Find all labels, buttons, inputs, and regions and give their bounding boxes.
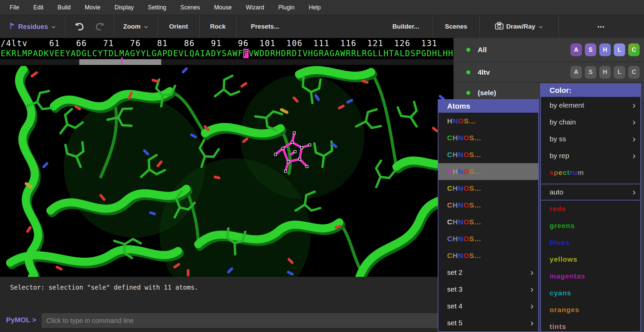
menu-display[interactable]: Display — [108, 0, 141, 15]
color-scheme-hnos[interactable]: HNOS... — [438, 113, 538, 130]
color-scheme-chnos-cyan[interactable]: CHNOS... — [438, 146, 538, 163]
submenu-arrow-icon: › — [633, 187, 636, 197]
submenu-arrow-icon: › — [633, 100, 636, 111]
more-button[interactable]: ••• — [559, 15, 644, 38]
menu-wizard[interactable]: Wizard — [239, 0, 271, 15]
protein-render — [0, 66, 454, 277]
menu-item-blues[interactable]: blues — [541, 234, 640, 251]
selection-position-tick — [121, 57, 123, 65]
command-input[interactable] — [42, 313, 441, 328]
color-scheme-chnos-white[interactable]: CHNOS... — [438, 214, 538, 230]
submenu-arrow-icon: › — [633, 150, 636, 161]
all-label-button[interactable]: L — [614, 43, 625, 56]
menu-item-spectrum[interactable]: spectrum — [541, 164, 640, 181]
history-section — [66, 15, 114, 38]
menu-mouse[interactable]: Mouse — [207, 0, 239, 15]
drawray-dropdown[interactable]: Draw/Ray — [480, 15, 559, 38]
menu-bar: File Edit Build Movie Display Setting Sc… — [0, 0, 644, 15]
all-color-button[interactable]: C — [628, 43, 640, 56]
menu-item-set4[interactable]: set 4› — [438, 298, 538, 315]
submenu-arrow-icon: › — [530, 284, 533, 295]
all-hide-button[interactable]: H — [599, 43, 611, 56]
menu-item-yellows[interactable]: yellows — [541, 251, 640, 268]
4ltv-action-button[interactable]: A — [570, 66, 582, 79]
chevron-down-icon — [144, 23, 148, 30]
object-label: 4ltv — [478, 68, 490, 76]
4ltv-show-button[interactable]: S — [585, 66, 596, 79]
menu-item-tints[interactable]: tints — [541, 318, 640, 332]
object-label: All — [478, 46, 487, 54]
sequence-row[interactable]: EKRLMPADKVEEYADGLCYTDLMAGYYLGAPDEVLQAIAD… — [1, 48, 454, 59]
toolbar-spacer — [294, 15, 379, 38]
ellipsis-icon: ••• — [598, 24, 605, 30]
panel-row-all[interactable]: All A S H L C — [454, 38, 644, 62]
menu-item-set5[interactable]: set 5› — [438, 315, 538, 331]
atoms-context-menu: Atoms HNOS... CHNOS... CHNOS... CHNOS...… — [438, 99, 539, 332]
menu-item-set3[interactable]: set 3› — [438, 281, 538, 298]
mode-label: Residues — [18, 23, 48, 31]
sequence-scrollbar-track[interactable] — [0, 59, 454, 65]
submenu-arrow-icon: › — [530, 318, 533, 328]
builder-button[interactable]: Builder... — [379, 15, 433, 38]
viewport-3d[interactable] — [0, 66, 454, 277]
selected-residue: F — [243, 49, 249, 58]
menu-item-auto[interactable]: auto› — [541, 184, 640, 200]
camera-icon — [495, 22, 504, 31]
menu-item-greens[interactable]: greens — [541, 217, 640, 234]
console-log: Selector: selection "sele" defined with … — [10, 284, 199, 291]
menu-build[interactable]: Build — [50, 0, 78, 15]
zoom-label: Zoom — [123, 23, 141, 30]
menu-file[interactable]: File — [3, 0, 26, 15]
4ltv-color-button[interactable]: C — [628, 66, 640, 79]
menu-item-set2[interactable]: set 2› — [438, 264, 538, 281]
submenu-arrow-icon: › — [633, 117, 636, 127]
color-scheme-chnos-slate[interactable]: CHNOS... — [438, 230, 538, 247]
menu-item-by-chain[interactable]: by chain› — [541, 114, 640, 131]
toolbar: Residues Zoom Orient Rock Presets. — [0, 15, 644, 38]
menu-help[interactable]: Help — [302, 0, 328, 15]
rock-button[interactable]: Rock — [200, 15, 237, 38]
panel-row-4ltv[interactable]: 4ltv A S H L C — [454, 62, 644, 83]
enabled-dot-icon — [466, 91, 470, 95]
mode-dropdown[interactable]: Residues — [0, 15, 66, 38]
color-scheme-chnos-salmon[interactable]: CHNOS... — [438, 197, 538, 214]
orient-button[interactable]: Orient — [158, 15, 200, 38]
redo-icon[interactable] — [94, 22, 106, 31]
sequence-ruler: /4ltv 61 66 71 76 81 86 91 96 101 106 11… — [1, 38, 437, 48]
menu-item-cyans[interactable]: cyans — [541, 285, 640, 301]
color-submenu: Color: by element› by chain› by ss› by r… — [540, 83, 641, 332]
menu-item-by-element[interactable]: by element› — [541, 97, 640, 114]
menu-item-by-rep[interactable]: by rep› — [541, 147, 640, 164]
scenes-button[interactable]: Scenes — [433, 15, 480, 38]
flag-icon — [9, 22, 15, 32]
menu-movie[interactable]: Movie — [78, 0, 108, 15]
submenu-arrow-icon: › — [530, 267, 533, 278]
menu-scenes[interactable]: Scenes — [173, 0, 207, 15]
4ltv-hide-button[interactable]: H — [599, 66, 611, 79]
color-scheme-chnos-yellow[interactable]: CHNOS... — [438, 180, 538, 197]
all-show-button[interactable]: S — [585, 43, 596, 56]
menu-edit[interactable]: Edit — [26, 0, 50, 15]
color-scheme-chnos-orange[interactable]: CHNOS... — [438, 247, 538, 264]
sequence-viewer: /4ltv 61 66 71 76 81 86 91 96 101 106 11… — [0, 38, 454, 66]
menu-item-by-ss[interactable]: by ss› — [541, 131, 640, 147]
zoom-dropdown[interactable]: Zoom — [114, 15, 158, 38]
presets-button[interactable]: Presets... — [237, 15, 294, 38]
menu-item-oranges[interactable]: oranges — [541, 301, 640, 318]
submenu-arrow-icon: › — [633, 134, 636, 144]
menu-item-reds[interactable]: reds — [541, 200, 640, 217]
menu-setting[interactable]: Setting — [141, 0, 173, 15]
enabled-dot-icon — [466, 48, 470, 52]
menu-item-magentas[interactable]: magentas — [541, 268, 640, 285]
submenu-arrow-icon: › — [530, 301, 533, 311]
undo-icon[interactable] — [74, 22, 85, 31]
color-scheme-chnos-magenta[interactable]: CHNOS... — [438, 163, 538, 180]
console-area: Selector: selection "sele" defined with … — [0, 277, 454, 332]
all-action-button[interactable]: A — [570, 43, 582, 56]
atoms-menu-title: Atoms — [438, 100, 538, 113]
sequence-scrollbar-thumb[interactable] — [79, 59, 161, 65]
pymol-prompt: PyMOL > — [6, 316, 36, 324]
menu-plugin[interactable]: Plugin — [271, 0, 302, 15]
color-scheme-chnos-green[interactable]: CHNOS... — [438, 130, 538, 146]
4ltv-label-button[interactable]: L — [614, 66, 625, 79]
